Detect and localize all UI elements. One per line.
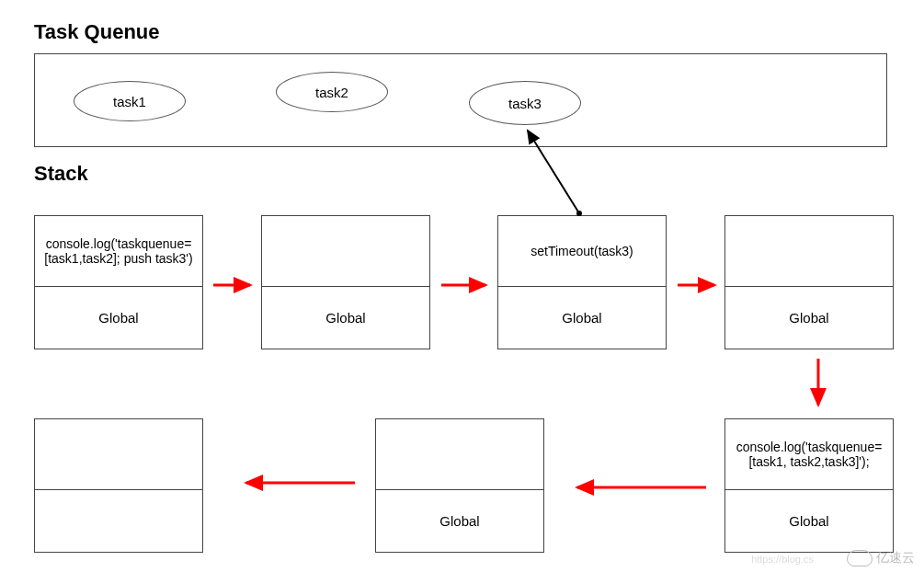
stack-frame-bottom: Global — [725, 490, 893, 553]
task-label: task3 — [508, 96, 542, 111]
watermark-text: 亿速云 — [876, 550, 915, 566]
flow-arrow-6-7 — [239, 474, 359, 492]
stack-frame-top — [35, 419, 202, 490]
stack-frame-top — [376, 419, 543, 490]
svg-line-7 — [528, 131, 579, 213]
stack-snapshot-5: console.log('taskquenue=[task1, task2,ta… — [724, 418, 894, 553]
push-task3-arrow — [515, 121, 588, 218]
stack-frame-top — [262, 216, 429, 287]
stack-heading: Stack — [34, 162, 88, 186]
stack-snapshot-6: Global — [375, 418, 544, 553]
stack-snapshot-3: setTimeout(task3) Global — [497, 215, 667, 349]
stack-snapshot-1: console.log('taskquenue=[task1,task2]; p… — [34, 215, 203, 349]
stack-snapshot-4: Global — [724, 215, 894, 349]
stack-frame-bottom: Global — [725, 287, 893, 349]
task3-ellipse: task3 — [469, 81, 581, 125]
flow-arrow-2-3 — [439, 276, 493, 294]
task-label: task1 — [113, 94, 146, 109]
stack-frame-top: console.log('taskquenue=[task1,task2]; p… — [35, 216, 202, 287]
stack-frame-bottom: Global — [262, 287, 429, 349]
task-label: task2 — [315, 85, 348, 100]
task2-ellipse: task2 — [276, 72, 388, 112]
stack-snapshot-2: Global — [261, 215, 430, 349]
stack-frame-top: setTimeout(task3) — [498, 216, 666, 287]
flow-arrow-4-5 — [809, 357, 827, 414]
stack-frame-top — [725, 216, 893, 287]
flow-arrow-5-6 — [570, 478, 708, 497]
task-queue-heading: Task Quenue — [34, 20, 160, 44]
task1-ellipse: task1 — [74, 81, 186, 121]
stack-frame-bottom: Global — [376, 490, 543, 553]
stack-frame-bottom — [35, 490, 202, 553]
stack-frame-bottom: Global — [498, 287, 666, 349]
stack-frame-bottom: Global — [35, 287, 202, 349]
stack-snapshot-7 — [34, 418, 203, 553]
watermark-url: https://blog.cs — [751, 554, 814, 565]
cloud-icon — [847, 550, 873, 566]
flow-arrow-1-2 — [211, 276, 257, 294]
watermark: 亿速云 — [847, 550, 915, 566]
flow-arrow-3-4 — [676, 276, 722, 294]
stack-frame-top: console.log('taskquenue=[task1, task2,ta… — [725, 419, 893, 490]
